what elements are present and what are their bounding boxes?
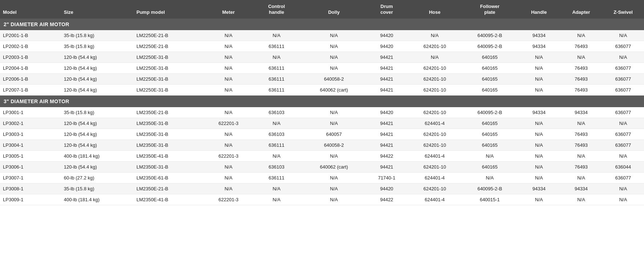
cell-dolly: 640058-2	[302, 74, 365, 85]
table-row: LP3003-1120-lb (54.4 kg)LM2350E-31-BN/A6…	[0, 129, 644, 140]
cell-handle: N/A	[518, 173, 560, 183]
cell-size: 120-lb (54.4 kg)	[61, 118, 134, 129]
cell-drum: 94422	[365, 151, 408, 162]
cell-follower: 640165	[462, 74, 518, 85]
cell-dolly: N/A	[302, 63, 365, 74]
table-row: LP2007-1-B120-lb (54.4 kg)LM2250E-31-BN/…	[0, 85, 644, 96]
cell-follower: 640165	[462, 63, 518, 74]
cell-zswivel: N/A	[602, 183, 644, 194]
cell-hose: 624201-10	[408, 129, 462, 140]
table-row: LP3008-135-lb (15.8 kg)LM2350E-21-BN/AN/…	[0, 183, 644, 194]
table-row: LP3006-1120-lb (54.4 kg)LM2350E-31-BN/A6…	[0, 162, 644, 173]
cell-control: 636103	[251, 107, 302, 118]
cell-size: 60-lb (27.2 kg)	[61, 173, 134, 183]
cell-drum: 94420	[365, 41, 408, 52]
cell-follower: 640165	[462, 129, 518, 140]
cell-meter: N/A	[206, 173, 251, 183]
cell-model: LP3008-1	[0, 183, 61, 194]
cell-pump: LM2350E-41-B	[134, 151, 206, 162]
cell-size: 120-lb (54.4 kg)	[61, 74, 134, 85]
cell-drum: 94421	[365, 74, 408, 85]
cell-dolly: N/A	[302, 118, 365, 129]
cell-drum: 94420	[365, 107, 408, 118]
table-row: LP2001-1-B35-lb (15.8 kg)LM2250E-21-BN/A…	[0, 30, 644, 41]
cell-hose: 624201-10	[408, 41, 462, 52]
cell-pump: LM2350E-21-B	[134, 107, 206, 118]
cell-handle: 94334	[518, 30, 560, 41]
cell-hose: 624401-4	[408, 151, 462, 162]
cell-hose: 624201-10	[408, 183, 462, 194]
cell-model: LP2003-1-B	[0, 52, 61, 63]
header-pump: Pump model	[134, 0, 206, 19]
cell-follower: 640095-2-B	[462, 183, 518, 194]
table-row: LP3005-1400-lb (181.4 kg)LM2350E-41-B622…	[0, 151, 644, 162]
cell-meter: 622201-3	[206, 118, 251, 129]
cell-zswivel: 636044	[602, 162, 644, 173]
cell-handle: 94334	[518, 183, 560, 194]
cell-hose: 624401-4	[408, 118, 462, 129]
cell-meter: N/A	[206, 74, 251, 85]
table-row: LP3009-1400-lb (181.4 kg)LM2350E-41-B622…	[0, 194, 644, 205]
cell-hose: 624401-4	[408, 194, 462, 205]
cell-pump: LM2350E-31-B	[134, 129, 206, 140]
cell-dolly: N/A	[302, 194, 365, 205]
cell-handle: N/A	[518, 63, 560, 74]
cell-control: N/A	[251, 30, 302, 41]
section-header-1: 3" DIAMETER AIR MOTOR	[0, 96, 644, 108]
cell-pump: LM2350E-31-B	[134, 162, 206, 173]
cell-drum: 94420	[365, 30, 408, 41]
cell-follower: 640165	[462, 140, 518, 151]
cell-zswivel: N/A	[602, 151, 644, 162]
cell-follower: N/A	[462, 151, 518, 162]
header-meter: Meter	[206, 0, 251, 19]
cell-dolly: N/A	[302, 183, 365, 194]
cell-meter: N/A	[206, 107, 251, 118]
table-row: LP3001-135-lb (15.8 kg)LM2350E-21-BN/A63…	[0, 107, 644, 118]
cell-follower: N/A	[462, 173, 518, 183]
cell-hose: 624201-10	[408, 162, 462, 173]
cell-zswivel: 636077	[602, 85, 644, 96]
header-handle: Handle	[518, 0, 560, 19]
cell-follower: 640015-1	[462, 194, 518, 205]
cell-drum: 94421	[365, 129, 408, 140]
cell-handle: N/A	[518, 85, 560, 96]
cell-meter: N/A	[206, 41, 251, 52]
cell-size: 120-lb (54.4 kg)	[61, 85, 134, 96]
cell-drum: 94421	[365, 162, 408, 173]
cell-adapter: 76493	[560, 41, 602, 52]
cell-adapter: N/A	[560, 194, 602, 205]
cell-dolly: N/A	[302, 52, 365, 63]
table-row: LP3007-160-lb (27.2 kg)LM2350E-61-BN/A63…	[0, 173, 644, 183]
cell-pump: LM2350E-31-B	[134, 140, 206, 151]
cell-hose: 624201-10	[408, 85, 462, 96]
header-adapter: Adapter	[560, 0, 602, 19]
header-drum: Drumcover	[365, 0, 408, 19]
cell-hose: 624201-10	[408, 74, 462, 85]
main-table-container: ModelSizePump modelMeterControlhandleDol…	[0, 0, 644, 205]
cell-size: 35-lb (15.8 kg)	[61, 30, 134, 41]
cell-model: LP3002-1	[0, 118, 61, 129]
cell-control: 636111	[251, 140, 302, 151]
cell-pump: LM2250E-31-B	[134, 63, 206, 74]
cell-size: 120-lb (54.4 kg)	[61, 140, 134, 151]
cell-zswivel: 636077	[602, 63, 644, 74]
cell-drum: 94421	[365, 52, 408, 63]
cell-control: N/A	[251, 52, 302, 63]
cell-adapter: 76493	[560, 74, 602, 85]
cell-hose: 624401-4	[408, 173, 462, 183]
cell-zswivel: N/A	[602, 52, 644, 63]
table-row: LP2006-1-B120-lb (54.4 kg)LM2250E-31-BN/…	[0, 74, 644, 85]
cell-model: LP2007-1-B	[0, 85, 61, 96]
cell-handle: N/A	[518, 151, 560, 162]
cell-handle: N/A	[518, 52, 560, 63]
cell-drum: 71740-1	[365, 173, 408, 183]
cell-adapter: N/A	[560, 173, 602, 183]
cell-size: 120-lb (54.4 kg)	[61, 52, 134, 63]
cell-control: N/A	[251, 118, 302, 129]
cell-control: N/A	[251, 151, 302, 162]
cell-control: 636111	[251, 85, 302, 96]
cell-follower: 640165	[462, 162, 518, 173]
cell-model: LP2001-1-B	[0, 30, 61, 41]
cell-control: 636111	[251, 173, 302, 183]
cell-dolly: 640057	[302, 129, 365, 140]
